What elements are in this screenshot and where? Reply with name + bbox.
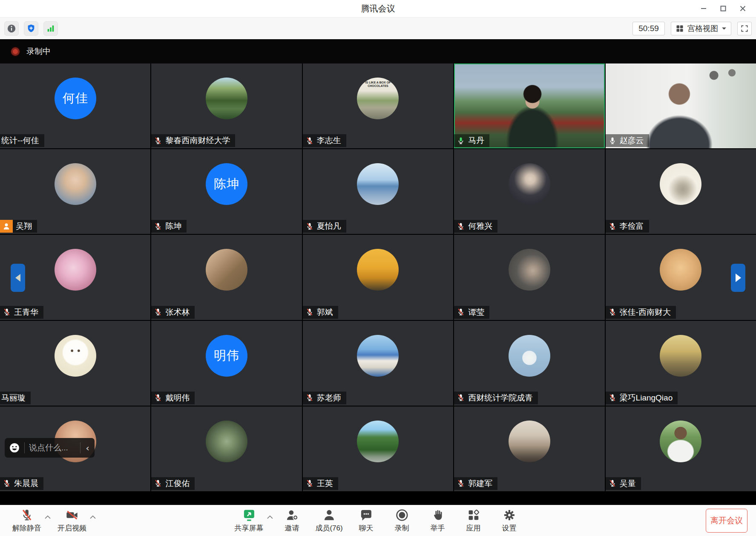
participant-name: 陈坤 bbox=[165, 221, 181, 232]
leave-meeting-button[interactable]: 离开会议 bbox=[706, 509, 747, 533]
avatar-initials: 何佳 bbox=[55, 78, 96, 119]
avatar-photo bbox=[55, 163, 96, 205]
mic-active-icon bbox=[457, 136, 465, 145]
security-button[interactable] bbox=[24, 21, 38, 36]
participant-tile[interactable]: 马丹 bbox=[454, 63, 604, 148]
mic-muted-icon bbox=[608, 308, 617, 317]
participant-tile[interactable]: 江俊佑 bbox=[151, 406, 302, 491]
participant-name-badge: 朱晨晨 bbox=[0, 477, 43, 490]
participant-tile[interactable]: 西财统计学院成青 bbox=[454, 321, 604, 406]
participant-name-badge: 张佳-西南财大 bbox=[606, 306, 676, 319]
participant-name: 西财统计学院成青 bbox=[468, 392, 533, 403]
toolbar-button-label: 应用 bbox=[466, 523, 481, 533]
toolbar-button-label: 开启视频 bbox=[57, 523, 86, 533]
share-screen-icon bbox=[242, 508, 256, 522]
mic-muted-icon bbox=[457, 222, 465, 231]
close-button[interactable] bbox=[733, 0, 753, 17]
camera-off-icon bbox=[65, 508, 79, 522]
toolbar-button-record[interactable]: 录制 bbox=[390, 508, 414, 533]
participant-name-badge: 吴翔 bbox=[0, 220, 37, 233]
titlebar: 腾讯会议 bbox=[0, 0, 756, 17]
toolbar-button-label: 设置 bbox=[502, 523, 517, 533]
unmute-options-caret[interactable] bbox=[44, 513, 51, 521]
participant-no-audio-icon bbox=[0, 220, 13, 233]
bottom-toolbar-left-group: 解除静音 开启视频 bbox=[7, 508, 97, 533]
grid-view-icon bbox=[676, 24, 684, 33]
toolbar-button-settings[interactable]: 设置 bbox=[497, 508, 522, 533]
participant-name-badge: 郭斌 bbox=[303, 306, 338, 319]
participant-name-badge: 何雅兴 bbox=[454, 220, 497, 233]
toolbar-button-apps[interactable]: 应用 bbox=[461, 508, 486, 533]
participant-tile[interactable]: 赵彦云 bbox=[606, 63, 756, 148]
mic-muted-icon bbox=[305, 308, 314, 317]
toolbar-button-unmute[interactable]: 解除静音 bbox=[12, 508, 41, 533]
share-options-caret[interactable] bbox=[266, 513, 273, 521]
quick-chat-input[interactable]: 说点什么... bbox=[29, 442, 76, 453]
participant-tile[interactable]: 何佳统计--何佳 bbox=[0, 63, 150, 148]
participant-name-badge: 统计--何佳 bbox=[0, 134, 44, 147]
toolbar-button-video[interactable]: 开启视频 bbox=[57, 508, 86, 533]
participant-tile[interactable]: 何雅兴 bbox=[454, 149, 604, 234]
participant-name: 朱晨晨 bbox=[14, 478, 38, 489]
mic-muted-icon bbox=[608, 393, 617, 402]
mic-muted-icon bbox=[154, 136, 162, 145]
meeting-info-button[interactable] bbox=[4, 21, 19, 36]
maximize-button[interactable] bbox=[713, 0, 733, 17]
toolbar-button-share[interactable]: 共享屏幕 bbox=[234, 508, 263, 533]
mic-muted-icon bbox=[305, 136, 314, 145]
meeting-timer: 50:59 bbox=[632, 22, 665, 35]
participant-tile[interactable]: 吴量 bbox=[606, 406, 756, 491]
participant-tile[interactable]: 黎春西南财经大学 bbox=[151, 63, 302, 148]
participant-tile[interactable]: 马丽璇 bbox=[0, 321, 150, 406]
recording-dot-icon bbox=[11, 47, 20, 56]
participant-tile[interactable]: 郭斌 bbox=[303, 235, 453, 320]
mic-muted-icon bbox=[457, 308, 465, 317]
avatar-caption-text: IS LIKE A BOX OF CHOCOLATES bbox=[357, 81, 399, 87]
mic-on-icon bbox=[608, 136, 617, 145]
participant-tile[interactable]: 王英 bbox=[303, 406, 453, 491]
participant-tile[interactable]: 郭建军 bbox=[454, 406, 604, 491]
layout-view-selector[interactable]: 宫格视图 bbox=[671, 22, 731, 35]
participant-name-badge: 王英 bbox=[303, 477, 338, 490]
participant-name: 赵彦云 bbox=[620, 135, 644, 146]
fullscreen-button[interactable] bbox=[737, 22, 752, 35]
minimize-button[interactable] bbox=[694, 0, 713, 17]
participant-tile[interactable]: 李俭富 bbox=[606, 149, 756, 234]
toolbar-button-label: 成员(76) bbox=[315, 523, 342, 533]
toolbar-button-invite[interactable]: 邀请 bbox=[279, 508, 304, 533]
previous-page-arrow-button[interactable] bbox=[11, 264, 25, 292]
mic-muted-icon bbox=[608, 479, 617, 488]
avatar-photo bbox=[509, 249, 550, 291]
next-page-arrow-button[interactable] bbox=[731, 264, 745, 292]
participant-name: 马丽璇 bbox=[1, 392, 26, 403]
collapse-bubble-arrow[interactable]: ‹ bbox=[85, 443, 90, 453]
video-options-caret[interactable] bbox=[89, 513, 96, 521]
emoji-smiley-icon[interactable] bbox=[9, 442, 20, 453]
toolbar-button-chat[interactable]: 聊天 bbox=[354, 508, 379, 533]
toolbar-button-members[interactable]: 成员(76) bbox=[315, 508, 342, 533]
participant-tile[interactable]: IS LIKE A BOX OF CHOCOLATES 李志生 bbox=[303, 63, 453, 148]
network-quality-button[interactable] bbox=[43, 21, 58, 36]
participant-tile[interactable]: 吴翔 bbox=[0, 149, 150, 234]
participant-tile[interactable]: 谭莹 bbox=[454, 235, 604, 320]
participant-tile[interactable]: 夏怡凡 bbox=[303, 149, 453, 234]
participant-tile[interactable]: 张术林 bbox=[151, 235, 302, 320]
more-options-caret-icon bbox=[44, 515, 51, 519]
participant-tile[interactable]: 陈坤 陈坤 bbox=[151, 149, 302, 234]
toolbar-button-hand[interactable]: 举手 bbox=[425, 508, 450, 533]
participant-tile[interactable]: 苏老师 bbox=[303, 321, 453, 406]
record-icon bbox=[395, 508, 409, 522]
participant-name-badge: 江俊佑 bbox=[151, 477, 195, 490]
participant-name-badge: 张术林 bbox=[151, 306, 195, 319]
participant-name-badge: 陈坤 bbox=[151, 220, 187, 233]
members-icon bbox=[322, 508, 336, 522]
participant-name-badge: 黎春西南财经大学 bbox=[151, 134, 235, 147]
mic-muted-icon bbox=[305, 222, 314, 231]
participant-name: 郭斌 bbox=[317, 307, 333, 318]
participant-tile[interactable]: 明伟 戴明伟 bbox=[151, 321, 302, 406]
avatar-photo bbox=[357, 163, 399, 205]
participant-name: 王英 bbox=[317, 478, 333, 489]
participant-name-badge: 马丹 bbox=[454, 134, 489, 147]
participant-tile[interactable]: 梁巧LiangQiao bbox=[606, 321, 756, 406]
participant-name: 张佳-西南财大 bbox=[620, 307, 671, 318]
